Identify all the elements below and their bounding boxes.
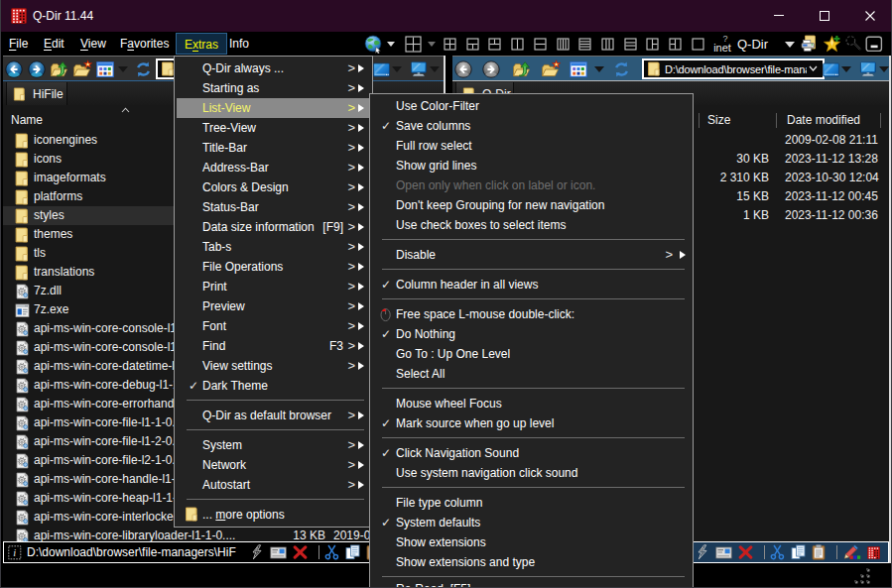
layout-dropdown-icon[interactable] [426,32,438,56]
back-button[interactable] [454,60,472,78]
clipboard-icon[interactable] [812,544,826,560]
menu-item-colors-design[interactable]: Colors & Design> [177,177,370,197]
up-folder-button[interactable] [511,59,533,79]
qdir-dropdown-icon[interactable] [783,32,797,56]
pen-colors-icon[interactable] [842,544,861,560]
menu-item-re-read-f5[interactable]: Re-Read [F5] [372,582,691,588]
tab-hifile[interactable]: HiFile [6,82,67,105]
menu-item-data-size-information[interactable]: Data size information[F9]> [177,217,370,237]
scissors-icon[interactable] [770,544,785,560]
menu-file[interactable]: File [9,32,28,56]
views-dropdown-icon[interactable] [593,65,605,73]
menu-item-full-row-select[interactable]: Full row select [372,136,691,156]
layout-split-1-2right-icon[interactable] [644,32,661,56]
layout-cols-2-icon[interactable] [509,32,526,56]
layout-rows-4-icon[interactable] [576,32,593,56]
layout-cols-3-icon[interactable] [599,32,616,56]
menu-item-open-only-when-click-on-label-or-icon[interactable]: Open only when click on label or icon. [372,176,691,195]
copy-icon[interactable] [791,544,806,560]
menu-info[interactable]: Info [229,32,249,56]
monitor-flat-dropdown-icon[interactable] [391,65,403,73]
menu-item-do-nothing[interactable]: ✓Do Nothing [372,324,691,344]
layout-split-2-1left-icon[interactable] [667,32,684,56]
menu-item-list-view[interactable]: List-View> [177,98,370,118]
menu-item-q-dir-always[interactable]: Q-Dir always ...> [177,59,370,78]
refresh-button[interactable] [134,60,153,78]
menu-item-print[interactable]: Print> [177,277,370,296]
globe-icon[interactable] [363,32,383,56]
layout-single-pane-icon[interactable] [690,32,706,56]
menu-item-q-dir-as-default-browser[interactable]: Q-Dir as default browser> [177,406,370,425]
menu-item-save-columns[interactable]: ✓Save columns [372,116,691,136]
menu-item-use-color-filter[interactable]: Use Color-Filter [372,96,691,116]
delete-x-icon[interactable] [738,545,753,559]
monitor-flat-icon[interactable] [373,62,390,77]
menu-item-mouse-wheel-focus[interactable]: Mouse wheel Focus [372,394,691,413]
menu-item-show-extensions-and-type[interactable]: Show extensions and type [372,552,691,572]
monitor-stand-dropdown-icon[interactable] [429,65,441,73]
menu-item-dark-theme[interactable]: ✓Dark Theme [177,376,370,396]
menu-item-starting-as[interactable]: Starting as> [177,78,370,98]
qdir-toolbar-label[interactable]: Q-Dir [737,32,777,56]
menu-item-tree-view[interactable]: Tree-View> [177,118,370,138]
menu-item-autostart[interactable]: Autostart> [177,475,370,495]
layout-split-2-over-1-icon[interactable] [486,32,503,56]
new-folder-button[interactable] [540,59,562,79]
column-header-size[interactable]: Size [707,113,730,127]
up-folder-button[interactable] [49,59,70,79]
layout-rows-2-icon[interactable] [532,32,549,56]
menu-favorites[interactable]: Favorites [120,32,169,56]
column-header-date[interactable]: Date modified [787,113,860,127]
rename-icon[interactable] [715,546,732,559]
menu-item-click-navigation-sound[interactable]: ✓Click Navigation Sound [372,443,691,463]
menu-item-column-header-in-all-views[interactable]: ✓Column header in all views [372,275,691,294]
tray-window-icon[interactable] [864,32,884,56]
menu-item-tab-s[interactable]: Tab-s> [177,237,370,257]
lightning-icon[interactable] [696,544,709,560]
monitor-flat-dropdown-icon[interactable] [840,65,852,73]
menu-item-network[interactable]: Network> [177,455,370,475]
menu-item-system-defaults[interactable]: ✓System defaults [372,513,691,532]
menu-view[interactable]: View [80,32,106,56]
menu-item-system[interactable]: System> [177,435,370,455]
layout-split-1-over-2-icon[interactable] [464,32,481,56]
minimize-button[interactable] [756,0,802,32]
rename-icon[interactable] [270,546,287,559]
menu-item-file-operations[interactable]: File Operations> [177,257,370,277]
forward-button[interactable] [482,60,500,78]
views-button[interactable] [570,60,587,78]
menu-item-use-check-boxes-to-select-items[interactable]: Use check boxes to select items [372,215,691,235]
menu-item-address-bar[interactable]: Address-Bar> [177,158,370,177]
layout-grid-2x2-large-icon[interactable] [403,32,424,56]
maximize-button[interactable] [802,0,847,32]
menu-item-free-space-l-mouse-double-click[interactable]: Free space L-mouse double-click: [372,304,691,324]
address-dropdown-icon[interactable] [809,63,818,74]
layout-cols-4-icon[interactable] [555,32,572,56]
scissors-icon[interactable] [324,544,339,560]
back-button[interactable] [5,60,23,78]
new-folder-button[interactable] [71,59,93,79]
menu-item-file-type-column[interactable]: File type column [372,493,691,513]
forward-button[interactable] [28,60,46,78]
menu-item-view-settings[interactable]: View settings> [177,356,370,376]
layout-grid-2x2-icon[interactable] [442,32,458,56]
menu-edit[interactable]: Edit [44,32,64,56]
inet-icon[interactable]: ? inet [709,32,735,56]
monitor-flat-icon[interactable] [823,62,839,77]
globe-dropdown-icon[interactable] [385,32,397,56]
menu-extras[interactable]: Extras [176,33,227,55]
menu-item-font[interactable]: Font> [177,316,370,336]
menu-item-title-bar[interactable]: Title-Bar> [177,138,370,158]
menu-item-find[interactable]: FindF3> [177,336,370,356]
star-add-icon[interactable] [822,32,841,56]
menu-item-go-to-up-one-level[interactable]: Go To : Up One Level [372,344,691,364]
menu-item-status-bar[interactable]: Status-Bar> [177,197,370,217]
menu-item-select-all[interactable]: Select All [372,364,691,384]
menu-item-preview[interactable]: Preview> [177,296,370,316]
magnifier-icon[interactable] [843,32,863,56]
menu-item-mark-source-when-go-up-level[interactable]: ✓Mark source when go up level [372,413,691,433]
refresh-button[interactable] [612,60,631,78]
menu-item-use-system-navigation-click-sound[interactable]: Use system navigation click sound [372,463,691,483]
menu-item-more-options[interactable]: ... more options [177,505,370,525]
copy-icon[interactable] [345,544,360,560]
